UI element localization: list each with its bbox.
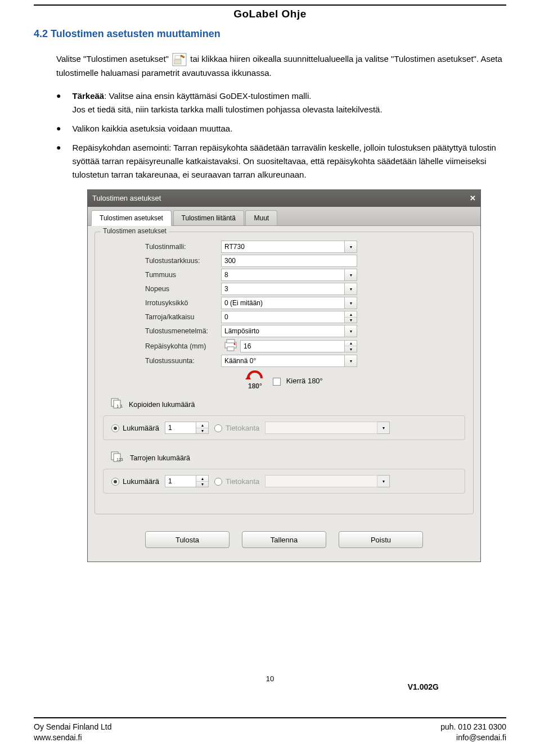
copies-db-radio[interactable]: [214, 424, 222, 432]
tear-input[interactable]: [240, 340, 345, 352]
intro-text-1: Valitse "Tulostimen asetukset": [56, 54, 169, 64]
spinner-icon[interactable]: ▴▾: [345, 340, 357, 352]
svg-rect-1: [174, 60, 181, 64]
svg-text:180°: 180°: [248, 382, 262, 390]
svg-text:123: 123: [116, 458, 123, 461]
stripper-input[interactable]: [221, 297, 345, 309]
exit-button[interactable]: Poistu: [339, 531, 423, 548]
chevron-down-icon[interactable]: ▾: [345, 325, 357, 337]
bullet-item: ● Tärkeää: Valitse aina ensin käyttämäsi…: [56, 89, 506, 116]
tab-other[interactable]: Muut: [245, 210, 277, 225]
labels-cut-input[interactable]: [221, 311, 345, 323]
bullet-text: Valikon kaikkia asetuksia voidaan muutta…: [72, 122, 506, 135]
printer-settings-dialog: Tulostimen asetukset ✕ Tulostimen asetuk…: [87, 189, 481, 562]
chevron-down-icon[interactable]: ▾: [345, 355, 357, 367]
labels-qty-label: Lukumäärä: [123, 477, 159, 486]
tab-printer-connection[interactable]: Tulostimen liitäntä: [173, 210, 244, 225]
tab-printer-settings[interactable]: Tulostimen asetukset: [91, 210, 172, 226]
footer-email: info@sendai.fi: [440, 732, 506, 744]
printer-settings-icon: [172, 53, 187, 66]
close-icon[interactable]: ✕: [470, 190, 476, 207]
model-input[interactable]: [221, 241, 345, 253]
bullet-subtext: Jos et tiedä sitä, niin tarkista tarkka …: [72, 105, 382, 114]
bullet-item: ● Valikon kaikkia asetuksia voidaan muut…: [56, 122, 506, 135]
stripper-label: Irrotusyksikkö: [103, 299, 221, 307]
print-button[interactable]: Tulosta: [145, 531, 230, 548]
labels-db-label: Tietokanta: [226, 477, 259, 486]
bullet-text: : Valitse aina ensin käyttämäsi GoDEX-tu…: [104, 91, 311, 101]
direction-label: Tulostussuunta:: [103, 357, 221, 365]
labels-db-radio[interactable]: [214, 478, 222, 486]
speed-input[interactable]: [221, 283, 345, 295]
labels-qty-radio[interactable]: [111, 478, 119, 486]
copies-qty-input[interactable]: [165, 422, 196, 434]
footer-phone: puh. 010 231 0300: [440, 722, 506, 733]
labels-icon: 123: [111, 451, 127, 464]
copies-qty-label: Lukumäärä: [123, 424, 159, 432]
labels-cut-label: Tarroja/katkaisu: [103, 313, 221, 321]
bullet-item: ● Repäisykohdan asemointi: Tarran repäis…: [56, 141, 506, 182]
copies-db-combo: [265, 422, 377, 434]
bullet-marker-icon: ●: [56, 89, 61, 116]
svg-rect-5: [227, 347, 234, 351]
spinner-icon[interactable]: ▴▾: [196, 422, 209, 434]
doc-title: GoLabel Ohje: [0, 8, 540, 20]
resolution-input[interactable]: [221, 255, 357, 267]
copies-group-title: 1 1 Kopioiden lukumäärä: [111, 398, 465, 411]
chevron-down-icon[interactable]: ▾: [345, 269, 357, 281]
page-number: 10: [0, 674, 540, 683]
footer-website: www.sendai.fi: [34, 732, 112, 744]
version: V1.002G: [408, 682, 439, 691]
labels-qty-input[interactable]: [165, 475, 196, 487]
rotate-180-icon: 180°: [244, 370, 266, 391]
chevron-down-icon[interactable]: ▾: [345, 297, 357, 309]
chevron-down-icon: ▾: [377, 422, 390, 434]
footer: Oy Sendai Finland Ltd www.sendai.fi puh.…: [34, 717, 506, 744]
dialog-title: Tulostimen asetukset: [92, 190, 161, 207]
model-label: Tulostinmalli:: [103, 243, 221, 251]
footer-company: Oy Sendai Finland Ltd: [34, 722, 112, 733]
dialog-tabbar: Tulostimen asetukset Tulostimen liitäntä…: [88, 207, 480, 226]
printer-icon: [221, 339, 240, 353]
copies-qty-radio[interactable]: [111, 424, 119, 432]
labels-subgroup: Lukumäärä ▴▾ Tietokanta ▾: [103, 469, 465, 494]
spinner-icon[interactable]: ▴▾: [196, 475, 209, 487]
svg-rect-2: [175, 56, 181, 59]
speed-label: Nopeus: [103, 285, 221, 293]
fieldset-legend: Tulostimen asetukset: [101, 227, 169, 235]
intro-paragraph: Valitse "Tulostimen asetukset" tai klikk…: [56, 52, 506, 79]
tear-label: Repäisykohta (mm): [103, 342, 221, 350]
dialog-titlebar: Tulostimen asetukset ✕: [88, 190, 480, 207]
save-button[interactable]: Tallenna: [242, 531, 326, 548]
chevron-down-icon[interactable]: ▾: [345, 283, 357, 295]
bullet-marker-icon: ●: [56, 122, 61, 135]
rotate-checkbox[interactable]: [273, 378, 281, 386]
darkness-label: Tummuus: [103, 271, 221, 279]
labels-group-title: 123 Tarrojen lukumäärä: [111, 451, 465, 464]
bullet-bold: Tärkeää: [72, 91, 104, 101]
svg-rect-4: [227, 339, 235, 343]
rotate-label: Kierrä 180°: [286, 377, 323, 385]
resolution-label: Tulostustarkkuus:: [103, 257, 221, 265]
copies-db-label: Tietokanta: [226, 424, 259, 432]
bullet-text: Repäisykohdan asemointi: Tarran repäisyk…: [72, 141, 506, 182]
method-input[interactable]: [221, 325, 345, 337]
copies-subgroup: Lukumäärä ▴▾ Tietokanta ▾: [103, 415, 465, 440]
bullet-marker-icon: ●: [56, 141, 61, 182]
section-heading: 4.2 Tulostimen asetusten muuttaminen: [34, 28, 506, 40]
labels-db-combo: [265, 475, 377, 487]
darkness-input[interactable]: [221, 269, 345, 281]
svg-text:1 1: 1 1: [116, 404, 123, 409]
direction-input[interactable]: [221, 355, 345, 367]
chevron-down-icon[interactable]: ▾: [345, 241, 357, 253]
chevron-down-icon: ▾: [377, 475, 390, 487]
spinner-icon[interactable]: ▴▾: [345, 311, 357, 323]
copies-icon: 1 1: [111, 398, 125, 411]
svg-point-6: [234, 343, 236, 345]
method-label: Tulostusmenetelmä:: [103, 327, 221, 335]
